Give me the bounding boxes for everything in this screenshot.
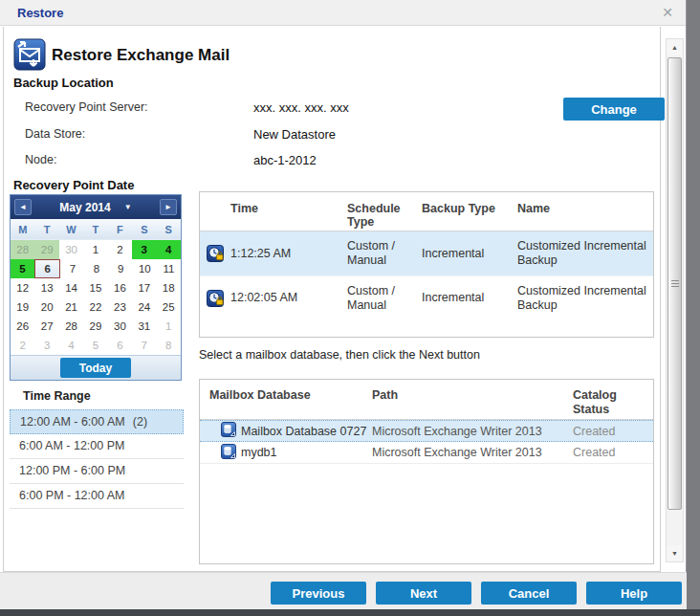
rp-time-cell: 12:02:05 AM xyxy=(230,291,347,305)
recovery-point-server-label: Recovery Point Server: xyxy=(25,100,148,114)
scrollbar-thumb[interactable] xyxy=(667,57,682,510)
calendar-day-cell[interactable]: 6 xyxy=(108,336,132,355)
calendar-day-cell[interactable]: 7 xyxy=(60,259,84,278)
recovery-point-row[interactable]: 1:12:25 AMCustom / ManualIncrementalCust… xyxy=(200,231,653,275)
calendar-day-cell[interactable]: 10 xyxy=(133,259,157,278)
time-range-item[interactable]: 6:00 AM - 12:00 PM xyxy=(10,434,184,459)
scrollbar-grip xyxy=(671,280,679,289)
chevron-left-icon[interactable]: ◄ xyxy=(14,199,32,215)
footer: Previous Next Cancel Help xyxy=(0,572,687,609)
previous-button[interactable]: Previous xyxy=(271,582,366,605)
calendar-day-cell[interactable]: 17 xyxy=(132,278,156,297)
calendar-day-cell[interactable]: 3 xyxy=(34,336,58,355)
mailbox-database-table: Mailbox Database Path Catalog Status Mai… xyxy=(199,379,654,564)
calendar-day-cell[interactable]: 13 xyxy=(34,278,58,297)
restore-dialog-screen: Restore ✕ Restore Exchange Mail Backup L… xyxy=(0,0,700,616)
calendar-day-cell[interactable]: 18 xyxy=(157,278,181,297)
calendar-day-cell[interactable]: 29 xyxy=(34,240,58,259)
calendar-day-cell[interactable]: 23 xyxy=(108,297,132,317)
time-range-item[interactable]: 12:00 AM - 6:00 AM(2) xyxy=(10,409,184,434)
time-range-label: 6:00 AM - 12:00 PM xyxy=(19,439,124,452)
calendar-day-cell[interactable]: 2 xyxy=(11,336,34,355)
clock-lock-icon xyxy=(200,231,230,275)
calendar-day-cell[interactable]: 4 xyxy=(59,336,83,355)
rp-backup-type-cell: Incremental xyxy=(422,291,517,305)
calendar-day-cell[interactable]: 30 xyxy=(108,317,132,336)
time-range-count: (2) xyxy=(133,415,147,429)
calendar-day-cell[interactable]: 24 xyxy=(132,297,156,317)
rp-schedule-cell: Custom / Manual xyxy=(347,284,422,313)
calendar-day-cell[interactable]: 5 xyxy=(11,259,34,278)
calendar-day-cell[interactable]: 8 xyxy=(157,336,181,355)
recovery-points-table: Time Schedule Type Backup Type Name 1:12… xyxy=(199,191,654,338)
calendar-day-headers: MTWTFSS xyxy=(11,219,181,240)
calendar-day-cell[interactable]: 15 xyxy=(83,278,107,297)
calendar-day-cell[interactable]: 2 xyxy=(108,240,132,259)
calendar-week-row: 2345678 xyxy=(11,336,181,355)
rp-time-cell: 1:12:25 AM xyxy=(230,247,347,261)
next-button[interactable]: Next xyxy=(376,582,471,605)
recovery-points-table-header: Time Schedule Type Backup Type Name xyxy=(200,192,653,231)
data-store-label: Data Store: xyxy=(25,127,85,141)
mailbox-name-cell: mydb1 xyxy=(200,444,372,462)
calendar-header: ◄ May 2014 ▼ ► xyxy=(11,195,181,219)
vertical-scrollbar[interactable]: ▲ ▼ xyxy=(666,38,684,562)
chevron-right-icon[interactable]: ► xyxy=(160,199,177,215)
mailbox-row[interactable]: Mailbox Database 0727Microsoft Exchange … xyxy=(200,420,653,442)
calendar-day-cell[interactable]: 7 xyxy=(132,336,156,355)
calendar-day-cell[interactable]: 4 xyxy=(157,240,181,259)
rp-name-cell: Customized Incremental Backup xyxy=(517,284,653,313)
calendar-day-cell[interactable]: 30 xyxy=(59,240,83,259)
time-range-item[interactable]: 12:00 PM - 6:00 PM xyxy=(10,459,184,484)
calendar-day-cell[interactable]: 5 xyxy=(83,336,107,355)
calendar-day-cell[interactable]: 8 xyxy=(84,259,108,278)
recovery-point-row[interactable]: 12:02:05 AMCustom / ManualIncrementalCus… xyxy=(200,275,653,319)
clock-lock-icon xyxy=(200,276,230,319)
calendar-day-cell[interactable]: 19 xyxy=(11,297,34,317)
col-path: Path xyxy=(372,380,573,419)
calendar-day-cell[interactable]: 14 xyxy=(59,278,83,297)
calendar-day-cell[interactable]: 1 xyxy=(157,317,181,336)
mailbox-name-cell: Mailbox Database 0727 xyxy=(200,422,372,440)
mailbox-row[interactable]: mydb1Microsoft Exchange Writer 2013Creat… xyxy=(200,442,653,464)
window-title: Restore xyxy=(17,6,63,20)
chevron-down-icon[interactable]: ▼ xyxy=(124,203,132,211)
calendar-day-cell[interactable]: 25 xyxy=(157,297,181,317)
calendar-day-header: T xyxy=(83,219,107,239)
calendar-day-cell[interactable]: 3 xyxy=(132,240,156,259)
calendar-day-cell[interactable]: 22 xyxy=(83,297,107,317)
calendar-day-cell[interactable]: 21 xyxy=(59,297,83,317)
mailbox-table-header: Mailbox Database Path Catalog Status xyxy=(200,380,653,420)
mailbox-name-label: Mailbox Database 0727 xyxy=(241,425,366,438)
time-range-item[interactable]: 6:00 PM - 12:00 AM xyxy=(10,484,184,509)
calendar-day-cell[interactable]: 9 xyxy=(109,259,133,278)
time-range-label: 6:00 PM - 12:00 AM xyxy=(19,489,124,502)
scroll-up-icon[interactable]: ▲ xyxy=(667,39,683,55)
today-button[interactable]: Today xyxy=(60,358,131,378)
calendar-day-cell[interactable]: 26 xyxy=(11,317,34,336)
change-button[interactable]: Change xyxy=(563,98,665,121)
calendar-day-cell[interactable]: 12 xyxy=(11,278,34,297)
calendar-day-cell[interactable]: 20 xyxy=(34,297,58,317)
calendar-day-cell[interactable]: 28 xyxy=(11,240,34,259)
mailbox-status-cell: Created xyxy=(573,446,655,459)
calendar-month-label[interactable]: May 2014 xyxy=(59,201,110,214)
calendar-day-cell[interactable]: 1 xyxy=(83,240,107,259)
calendar-day-cell[interactable]: 27 xyxy=(34,317,58,336)
calendar-week-row: 2829301234 xyxy=(11,240,181,259)
calendar-day-cell[interactable]: 16 xyxy=(108,278,132,297)
window-background-bottom xyxy=(0,609,700,616)
time-range-list: 12:00 AM - 6:00 AM(2)6:00 AM - 12:00 PM1… xyxy=(10,409,184,509)
calendar-day-cell[interactable]: 11 xyxy=(157,259,181,278)
calendar-day-cell[interactable]: 31 xyxy=(132,317,156,336)
col-catalog-status: Catalog Status xyxy=(573,380,655,419)
calendar-day-cell[interactable]: 28 xyxy=(59,317,83,336)
calendar-day-cell[interactable]: 6 xyxy=(34,259,60,278)
scroll-down-icon[interactable]: ▼ xyxy=(667,545,683,561)
node-label: Node: xyxy=(25,153,56,166)
calendar-day-cell[interactable]: 29 xyxy=(83,317,107,336)
help-button[interactable]: Help xyxy=(586,582,682,605)
cancel-button[interactable]: Cancel xyxy=(481,582,577,605)
col-time: Time xyxy=(230,192,347,215)
close-icon[interactable]: ✕ xyxy=(659,4,676,21)
